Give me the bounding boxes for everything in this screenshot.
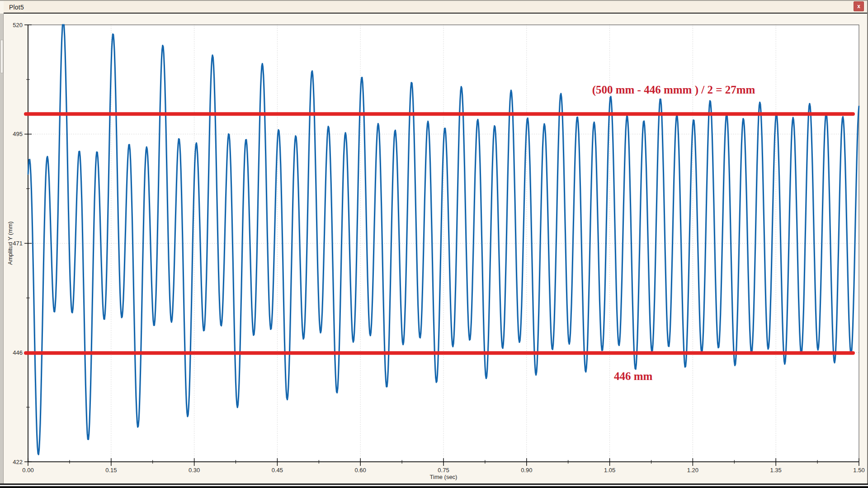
x-tick-label: 0.90	[521, 467, 532, 474]
y-axis-title: Amplitud Y (mm)	[7, 221, 14, 265]
x-tick-label: 1.50	[853, 467, 864, 474]
y-tick-label: 495	[13, 131, 23, 137]
x-tick-label: 1.20	[687, 467, 698, 474]
y-tick-label: 520	[13, 22, 23, 28]
x-tick-label: 0.00	[22, 467, 33, 474]
x-tick-label: 0.60	[355, 467, 366, 474]
x-tick-label: 0.45	[272, 467, 283, 474]
x-tick-label: 0.15	[105, 467, 117, 474]
window-bottom-border	[0, 483, 868, 488]
y-tick-label: 422	[13, 459, 23, 465]
chart-canvas[interactable]: 5204954714464220.000.150.300.450.600.750…	[0, 0, 868, 488]
y-tick-label: 471	[13, 240, 23, 247]
y-tick-label: 446	[13, 349, 23, 356]
x-tick-label: 0.30	[189, 467, 200, 474]
annotation-446mm: 446 mm	[614, 370, 653, 382]
x-tick-label: 0.75	[438, 467, 449, 474]
x-tick-label: 1.05	[604, 467, 615, 474]
plot-window: Plot5 x 5204954714464220.000.150.300.450…	[0, 0, 868, 488]
x-axis-title: Time (sec)	[430, 474, 458, 480]
x-tick-label: 1.35	[770, 467, 782, 474]
annotation-amplitude-formula: (500 mm - 446 mmm ) / 2 = 27mm	[592, 84, 755, 96]
